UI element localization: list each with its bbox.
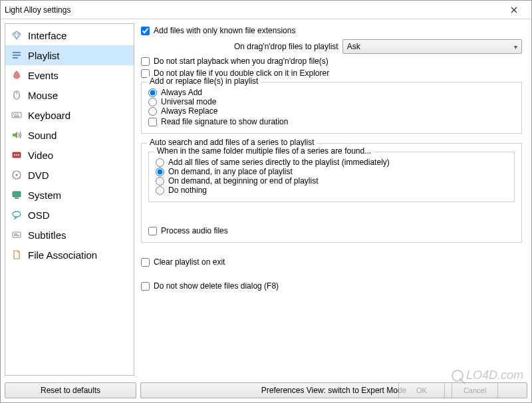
sidebar-item-label: Interface xyxy=(28,30,66,41)
sidebar-item-interface[interactable]: Interface xyxy=(5,25,134,45)
sidebar-item-file-association[interactable]: File Association xyxy=(5,245,134,265)
sidebar-item-subtitles[interactable]: Subtitles xyxy=(5,225,134,245)
sidebar-item-label: Playlist xyxy=(28,50,60,61)
dragdrop-select[interactable]: Ask ▾ xyxy=(342,39,522,54)
diamond-icon xyxy=(11,29,23,41)
group-add-replace: Add or replace file(s) in playlist Alway… xyxy=(141,82,522,134)
add-known-ext-input[interactable] xyxy=(141,27,150,35)
playlist-icon xyxy=(11,49,23,61)
settings-window: Light Alloy settings Interface Playlist … xyxy=(0,0,532,403)
sidebar-item-label: Sound xyxy=(28,130,57,141)
osd-icon xyxy=(11,209,23,221)
svg-rect-2 xyxy=(13,57,18,59)
radio-always-add[interactable]: Always Add xyxy=(148,88,515,97)
chevron-down-icon: ▾ xyxy=(514,43,517,51)
events-icon xyxy=(11,69,23,81)
svg-point-15 xyxy=(16,174,18,176)
svg-rect-16 xyxy=(13,192,21,197)
sidebar-item-video[interactable]: Video xyxy=(5,145,134,165)
keyboard-icon xyxy=(11,109,23,121)
group-autosearch-title: Auto search and add files of a series to… xyxy=(147,138,317,147)
no-start-playback-label: Do not start playback when you drag'n'dr… xyxy=(154,57,329,66)
system-icon xyxy=(11,189,23,201)
svg-rect-8 xyxy=(17,114,19,115)
sidebar: Interface Playlist Events Mouse Keyboard… xyxy=(5,23,134,376)
group-autosearch: Auto search and add files of a series to… xyxy=(141,143,522,243)
svg-point-13 xyxy=(18,154,19,156)
titlebar: Light Alloy settings xyxy=(1,1,531,19)
svg-rect-1 xyxy=(13,55,21,56)
content-pane: Add files with only known file extension… xyxy=(138,23,527,376)
sidebar-item-dvd[interactable]: DVD xyxy=(5,165,134,185)
dragdrop-row: On drag'n'drop files to playlist Ask ▾ xyxy=(141,39,522,54)
process-audio-checkbox[interactable]: Process audio files xyxy=(148,226,228,235)
reset-button[interactable]: Reset to defaults xyxy=(5,382,136,398)
read-signature-checkbox[interactable]: Read file signature to show duration xyxy=(148,117,515,126)
radio-universal-mode[interactable]: Universal mode xyxy=(148,97,515,106)
sidebar-item-sound[interactable]: Sound xyxy=(5,125,134,145)
video-icon xyxy=(11,149,23,161)
sidebar-item-events[interactable]: Events xyxy=(5,65,134,85)
svg-rect-7 xyxy=(15,114,17,115)
sidebar-item-playlist[interactable]: Playlist xyxy=(5,45,134,65)
no-delete-dialog-checkbox[interactable]: Do not show delete files dialog (F8) xyxy=(141,281,522,291)
sidebar-item-label: DVD xyxy=(28,170,49,181)
svg-rect-17 xyxy=(15,198,19,199)
sidebar-item-label: Keyboard xyxy=(28,110,70,121)
svg-rect-9 xyxy=(14,116,19,117)
window-body: Interface Playlist Events Mouse Keyboard… xyxy=(1,19,531,380)
radio-on-demand-ends[interactable]: On demand, at beginning or end of playli… xyxy=(156,176,507,186)
radio-add-all[interactable]: Add all files of same series directly to… xyxy=(156,158,507,167)
sidebar-item-system[interactable]: System xyxy=(5,185,134,205)
radio-do-nothing[interactable]: Do nothing xyxy=(156,186,507,195)
dragdrop-select-value: Ask xyxy=(347,42,360,51)
sidebar-item-label: System xyxy=(28,190,61,201)
sidebar-item-label: Mouse xyxy=(28,90,58,101)
sidebar-item-keyboard[interactable]: Keyboard xyxy=(5,105,134,125)
subtitles-icon xyxy=(11,229,23,241)
add-known-ext-label: Add files with only known file extension… xyxy=(154,26,295,35)
sidebar-item-label: File Association xyxy=(28,249,97,261)
close-button[interactable] xyxy=(501,1,527,19)
svg-point-18 xyxy=(13,211,21,217)
no-start-playback-input[interactable] xyxy=(141,57,150,66)
sidebar-item-mouse[interactable]: Mouse xyxy=(5,85,134,105)
radio-on-demand-any[interactable]: On demand, in any place of playlist xyxy=(156,167,507,176)
no-start-playback-checkbox[interactable]: Do not start playback when you drag'n'dr… xyxy=(141,57,522,66)
add-known-ext-checkbox[interactable]: Add files with only known file extension… xyxy=(141,26,522,35)
svg-rect-6 xyxy=(13,114,15,115)
svg-rect-5 xyxy=(12,112,21,118)
subgroup-series-title: When in the same folder multiple files o… xyxy=(154,146,374,156)
sidebar-item-label: OSD xyxy=(28,209,50,221)
svg-rect-19 xyxy=(13,232,21,237)
dragdrop-label: On drag'n'drop files to playlist xyxy=(234,42,338,51)
svg-point-11 xyxy=(14,154,15,156)
sidebar-item-label: Events xyxy=(28,70,59,81)
footer: Reset to defaults Preferences View: swit… xyxy=(1,380,531,402)
close-icon xyxy=(511,7,517,13)
window-title: Light Alloy settings xyxy=(5,5,501,15)
dvd-icon xyxy=(11,169,23,181)
expert-mode-button[interactable]: Preferences View: switch to Expert Mode xyxy=(140,382,527,398)
sidebar-item-label: Subtitles xyxy=(28,229,66,241)
svg-point-12 xyxy=(16,154,17,156)
subgroup-series-found: When in the same folder multiple files o… xyxy=(148,152,515,202)
sidebar-item-label: Video xyxy=(28,150,53,161)
fileassoc-icon xyxy=(11,249,23,261)
clear-on-exit-checkbox[interactable]: Clear playlist on exit xyxy=(141,257,522,267)
group-add-replace-title: Add or replace file(s) in playlist xyxy=(147,76,261,86)
svg-rect-0 xyxy=(13,52,21,53)
sidebar-item-osd[interactable]: OSD xyxy=(5,205,134,225)
mouse-icon xyxy=(11,89,23,101)
sound-icon xyxy=(11,129,23,141)
radio-always-replace[interactable]: Always Replace xyxy=(148,106,515,116)
